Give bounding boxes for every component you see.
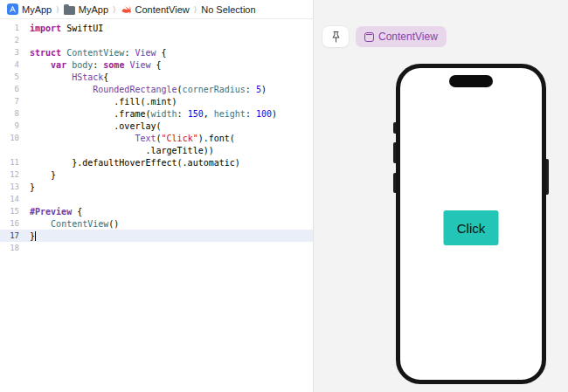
code-text: .frame(width: 150, height: 100) (26, 109, 277, 119)
line-number[interactable]: 16 (0, 219, 26, 228)
breadcrumb-file[interactable]: ContentView (121, 3, 190, 15)
folder-icon (64, 6, 75, 15)
line-number[interactable]: 1 (0, 24, 26, 32)
code-line[interactable]: 13} (0, 181, 313, 193)
code-line[interactable]: 16 ContentView() (0, 217, 313, 230)
code-line[interactable]: 1import SwiftUI (0, 22, 313, 34)
line-number[interactable]: 7 (0, 97, 26, 106)
code-text: import SwiftUI (26, 24, 103, 33)
code-line[interactable]: 17} (0, 230, 313, 242)
code-text: .overlay( (26, 121, 162, 131)
code-text: } (26, 182, 35, 192)
code-line[interactable]: 10 Text("Click").font( (0, 132, 313, 144)
code-line[interactable]: 12 } (0, 168, 313, 181)
code-text: var body: some View { (26, 60, 162, 70)
breadcrumb-selection[interactable]: No Selection (201, 4, 255, 15)
line-number[interactable]: 14 (0, 195, 26, 203)
preview-click-label: Click (457, 221, 486, 236)
code-text: Text("Click").font( (26, 134, 235, 143)
line-number[interactable]: 13 (0, 182, 26, 191)
breadcrumb-label: MyApp (22, 4, 52, 15)
line-number[interactable]: 15 (0, 207, 26, 216)
preview-canvas: ContentView Click (313, 0, 568, 392)
preview-tab-label: ContentView (378, 31, 438, 43)
jump-bar: MyApp ⟩ MyApp ⟩ ContentView ⟩ No Selecti… (0, 0, 313, 19)
line-number[interactable]: 6 (0, 85, 26, 93)
line-number[interactable]: 12 (0, 170, 26, 179)
code-line[interactable]: 11 }.defaultHoverEffect(.automatic) (0, 156, 313, 168)
line-number[interactable]: 3 (0, 48, 26, 57)
breadcrumb-label: MyApp (79, 4, 108, 15)
line-number[interactable]: 4 (0, 60, 26, 69)
code-line[interactable]: 6 RoundedRectangle(cornerRadius: 5) (0, 83, 313, 95)
breadcrumb-separator: ⟩ (193, 5, 198, 14)
line-number[interactable]: 10 (0, 134, 26, 142)
breadcrumb-label: ContentView (135, 4, 190, 15)
code-text: RoundedRectangle(cornerRadius: 5) (26, 85, 267, 94)
line-number[interactable]: 2 (0, 36, 26, 45)
breadcrumb-separator: ⟩ (112, 5, 117, 14)
breadcrumb-project[interactable]: MyApp (7, 3, 52, 15)
line-number[interactable]: 17 (0, 231, 26, 240)
code-text: } (26, 231, 36, 241)
code-line[interactable]: 18 (0, 242, 313, 254)
text-cursor (35, 231, 36, 241)
line-number[interactable]: 11 (0, 158, 26, 167)
code-line[interactable]: 3struct ContentView: View { (0, 46, 313, 58)
code-line[interactable]: 8 .frame(width: 150, height: 100) (0, 107, 313, 120)
line-number[interactable]: 18 (0, 244, 26, 252)
app-icon (7, 3, 18, 15)
line-number[interactable]: 5 (0, 72, 26, 81)
phone-power-button (546, 159, 549, 195)
line-number[interactable]: 8 (0, 109, 26, 118)
breadcrumb-separator: ⟩ (55, 5, 60, 14)
code-text: ContentView() (26, 219, 119, 229)
code-text: HStack{ (26, 72, 108, 82)
code-text: .largeTitle)) (26, 146, 214, 155)
code-lines: 1import SwiftUI23struct ContentView: Vie… (0, 22, 313, 254)
code-line[interactable]: 2 (0, 34, 313, 46)
code-line[interactable]: 4 var body: some View { (0, 58, 313, 71)
code-line[interactable]: 9 .overlay( (0, 120, 313, 132)
breadcrumb-group[interactable]: MyApp (64, 4, 108, 15)
code-line[interactable]: 15#Preview { (0, 205, 313, 217)
code-text: } (26, 170, 56, 180)
preview-tab-contentview[interactable]: ContentView (356, 26, 447, 47)
code-line[interactable]: 14 (0, 193, 313, 205)
iphone-preview: Click (396, 64, 546, 384)
pin-button[interactable] (322, 26, 349, 47)
breadcrumb-label: No Selection (201, 4, 255, 15)
code-line[interactable]: .largeTitle)) (0, 144, 313, 156)
code-line[interactable]: 5 HStack{ (0, 71, 313, 83)
preview-toolbar: ContentView (322, 26, 447, 47)
app-window-icon (364, 32, 374, 42)
code-text: struct ContentView: View { (26, 48, 167, 58)
dynamic-island (449, 75, 493, 87)
code-text: }.defaultHoverEffect(.automatic) (26, 158, 240, 168)
line-number[interactable]: 9 (0, 121, 26, 130)
code-text: #Preview { (26, 207, 82, 217)
editor-pane: MyApp ⟩ MyApp ⟩ ContentView ⟩ No Selecti… (0, 0, 313, 392)
code-editor[interactable]: 1import SwiftUI23struct ContentView: Vie… (0, 19, 313, 254)
pin-icon (330, 31, 342, 44)
code-text: .fill(.mint) (26, 97, 177, 107)
phone-frame: Click (396, 64, 546, 384)
preview-click-shape[interactable]: Click (444, 210, 499, 245)
swift-icon (121, 3, 132, 15)
code-line[interactable]: 7 .fill(.mint) (0, 95, 313, 107)
